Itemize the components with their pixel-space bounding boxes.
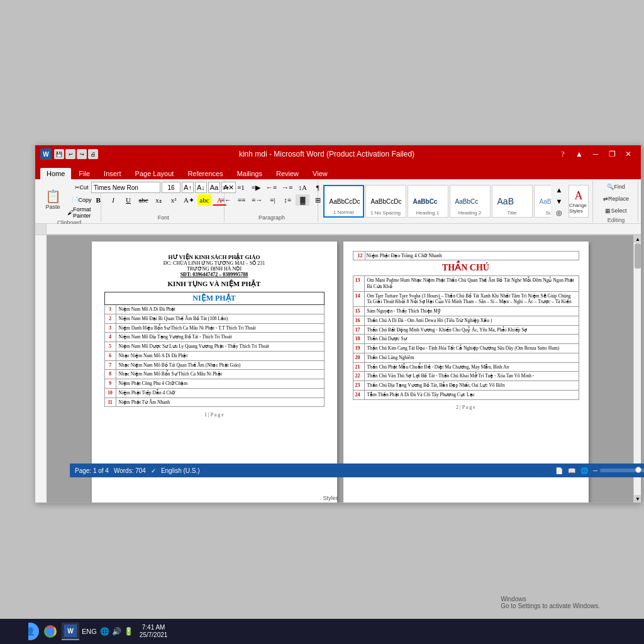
- network-icon[interactable]: 🌐: [100, 627, 109, 636]
- tab-home[interactable]: Home: [40, 168, 71, 179]
- text-effects-btn[interactable]: A✦: [182, 194, 196, 206]
- taskbar-word-btn[interactable]: W: [62, 623, 79, 640]
- superscript-btn[interactable]: x²: [167, 194, 180, 206]
- taskbar-datetime[interactable]: 7:41 AM 25/7/2021: [136, 624, 171, 639]
- print-btn[interactable]: 🖨: [88, 149, 98, 159]
- line-spacing-btn[interactable]: ↕≡: [280, 194, 294, 206]
- table-row: 4Niệm Nam Mô Địa Tạng Vương Bồ Tát - Thí…: [104, 333, 324, 342]
- windows-activation[interactable]: Windows Go to Settings to activate Windo…: [501, 596, 600, 609]
- redo-btn[interactable]: ↪: [77, 149, 87, 159]
- style-heading2[interactable]: AaBbCc Heading 2: [450, 185, 491, 218]
- chrome-icon: [44, 625, 57, 638]
- taskbar: 🔍 👤 W ENG 🌐 🔊 🔋 7:41 AM 25/7/: [0, 619, 644, 644]
- italic-btn[interactable]: I: [106, 194, 120, 206]
- ribbon-collapse-btn[interactable]: ▲: [572, 148, 587, 160]
- style-no-spacing[interactable]: AaBbCcDc 1 No Spacing: [365, 185, 406, 218]
- shading-btn[interactable]: ▓: [296, 194, 309, 206]
- tab-mailings[interactable]: Mailings: [231, 168, 269, 179]
- underline-btn[interactable]: U: [121, 194, 135, 206]
- tab-insert[interactable]: Insert: [97, 168, 128, 179]
- volume-icon[interactable]: 🔊: [112, 627, 121, 636]
- replace-button[interactable]: ⇄ Replace: [600, 194, 632, 204]
- paste-button[interactable]: 📋 Paste: [42, 188, 64, 212]
- style-title[interactable]: AaB Title: [492, 185, 533, 218]
- paragraph-label: Paragraph: [258, 214, 285, 221]
- table-row: 11Niệm Phật Từ Âm Nhanh: [104, 397, 324, 407]
- decrease-indent-btn[interactable]: ←≡: [264, 182, 279, 193]
- tab-page-layout[interactable]: Page Layout: [129, 168, 180, 179]
- row-text: Nhạc Niệm Nam Mô Bổn Sư Thích Ca Mâu Ni …: [116, 370, 324, 379]
- bold-btn[interactable]: B: [91, 194, 105, 206]
- numbering-btn[interactable]: ≡1: [234, 182, 248, 193]
- close-btn[interactable]: ✕: [621, 148, 636, 160]
- zoom-thumb[interactable]: [635, 467, 641, 473]
- align-center-btn[interactable]: ≡≡: [235, 194, 248, 206]
- scroll-thumb[interactable]: [635, 243, 641, 269]
- grow-font-btn[interactable]: A↑: [182, 182, 194, 193]
- styles-more-btn[interactable]: ◎: [552, 208, 566, 218]
- minimize-btn[interactable]: ─: [588, 148, 603, 160]
- sort-btn[interactable]: ↕A: [296, 182, 309, 193]
- strikethrough-btn[interactable]: abc: [136, 194, 150, 206]
- tab-view[interactable]: View: [306, 168, 334, 179]
- text-highlight-btn[interactable]: abc: [197, 194, 211, 206]
- vertical-scrollbar[interactable]: ▲ ▼: [633, 235, 641, 502]
- zoom-out-btn[interactable]: ─: [593, 467, 597, 474]
- show-desktop-btn[interactable]: [174, 619, 177, 644]
- start-button[interactable]: [0, 619, 28, 644]
- tab-review[interactable]: Review: [270, 168, 305, 179]
- style-normal[interactable]: AaBbCcDc 1 Normal: [323, 185, 364, 218]
- help-btn[interactable]: ?: [555, 148, 570, 160]
- align-right-btn[interactable]: ≡→: [250, 194, 264, 206]
- subscript-btn[interactable]: x₂: [152, 194, 165, 206]
- styles-up-btn[interactable]: ▲: [552, 185, 566, 195]
- change-styles-btn[interactable]: A Change Styles: [569, 185, 589, 218]
- undo-btn[interactable]: ↩: [65, 149, 75, 159]
- justify-btn[interactable]: ≡|: [265, 194, 279, 206]
- font-name-input[interactable]: [91, 182, 160, 193]
- bullets-btn[interactable]: ≡•: [219, 182, 233, 193]
- font-row2: B I U abc x₂ x² A✦ abc A: [91, 194, 236, 206]
- item-num: 18: [353, 335, 365, 343]
- item-num: 24: [353, 391, 365, 399]
- font-size-input[interactable]: [162, 182, 180, 193]
- select-button[interactable]: ▦ Select: [600, 206, 632, 216]
- view-web-btn[interactable]: 🌐: [580, 467, 588, 474]
- align-left-btn[interactable]: ≡←: [219, 194, 233, 206]
- save-btn[interactable]: 💾: [54, 149, 64, 159]
- styles-down-btn[interactable]: ▼: [552, 196, 566, 206]
- page2-row: 24Tắm Thần Phật A Di Đà Và Cõi Tây Phươn…: [353, 390, 579, 400]
- status-bar: Page: 1 of 4 Words: 704 ✓ English (U.S.)…: [70, 464, 644, 477]
- table-row: 6Nhạc Niệm Nam Mô A Di Đà Phật: [104, 351, 324, 360]
- taskbar-lang[interactable]: ENG: [82, 628, 97, 635]
- increase-indent-btn[interactable]: →≡: [280, 182, 294, 193]
- tab-references[interactable]: References: [181, 168, 229, 179]
- scroll-down-btn[interactable]: ▼: [634, 495, 641, 502]
- word-logo: W: [40, 148, 52, 160]
- row-num: 1: [104, 305, 116, 314]
- multilevel-btn[interactable]: ≡▶: [249, 182, 263, 193]
- shrink-font-btn[interactable]: A↓: [195, 182, 207, 193]
- replace-icon: ⇄: [603, 196, 608, 202]
- clipboard-content: 📋 Paste ✂ Cut 📄 Copy 🖌 Format Pain: [42, 182, 97, 218]
- taskbar-chrome-btn[interactable]: [42, 623, 59, 640]
- view-reading-btn[interactable]: 📖: [568, 467, 575, 474]
- restore-btn[interactable]: ❐: [604, 148, 619, 160]
- page2-row: 15Sám Nguyện - Thầy Thích Thiện Mỹ: [353, 306, 579, 316]
- row-text: Niệm Phật Công Phu 4 Chữ Chậm: [116, 379, 324, 389]
- format-painter-button[interactable]: 🖌 Format Painter: [66, 207, 97, 218]
- battery-icon[interactable]: 🔋: [124, 627, 133, 636]
- scroll-up-btn[interactable]: ▲: [634, 235, 641, 243]
- style-heading1[interactable]: AaBbCc Heading 1: [408, 185, 448, 218]
- view-print-btn[interactable]: 📄: [555, 467, 563, 474]
- page2-row: 17Thần Chú Bất Động Minh Vương - Khiến C…: [353, 325, 579, 335]
- page2-row: 19Thần Chú Kim Cang Tát Đọa - Tịnh Hóa T…: [353, 343, 579, 353]
- find-button[interactable]: 🔍 Find: [600, 182, 632, 192]
- zoom-slider[interactable]: [600, 469, 644, 472]
- style-subtitle[interactable]: AaBbCc Subtitle: [534, 185, 551, 218]
- item-text: Thần Chú Kim Cang Tát Đọa - Tịnh Hóa Tất…: [365, 344, 579, 353]
- tab-file[interactable]: File: [72, 168, 96, 179]
- table-row: 1Niệm Nam Mô A Di Đà Phật: [104, 305, 324, 314]
- document-area[interactable]: HƯ VIỆN KINH SÁCH PHẬT GIÁO ĐC: CHÙA LIN…: [47, 235, 633, 502]
- intro-num: 12: [356, 252, 365, 260]
